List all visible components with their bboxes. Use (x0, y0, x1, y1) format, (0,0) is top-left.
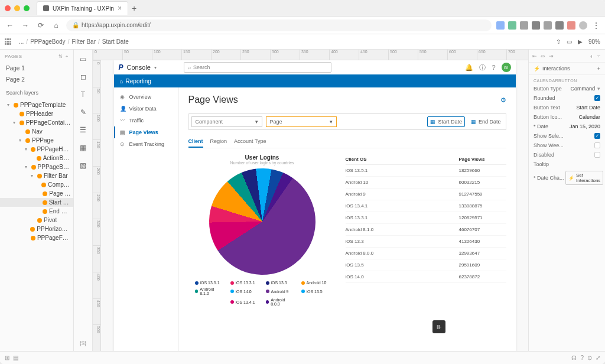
button-type-value[interactable]: Command (565, 86, 595, 92)
extension-icon[interactable] (520, 21, 528, 30)
window-minimize-icon[interactable] (14, 5, 20, 11)
shape-tool-icon[interactable]: ◻ (77, 71, 89, 83)
browser-menu-icon[interactable]: ⋮ (592, 21, 600, 30)
upload-icon[interactable]: ⇧ (556, 38, 561, 45)
expand-icon[interactable]: ⤢ (596, 355, 600, 361)
user-avatar[interactable]: GI (502, 63, 511, 72)
home-icon[interactable]: ⌂ (120, 78, 123, 84)
tree-item[interactable]: PPPageFooter (0, 233, 73, 242)
new-tab-button[interactable]: + (132, 4, 136, 13)
info-icon[interactable]: ⓘ (479, 63, 486, 72)
extension-icon[interactable] (567, 21, 575, 30)
distribute-icon[interactable]: ⫞ (590, 53, 593, 59)
extension-icon[interactable] (508, 21, 516, 30)
tree-item[interactable]: Start Date (0, 198, 73, 207)
tree-item[interactable]: ActionButton (0, 154, 73, 162)
rounded-checkbox[interactable]: ✓ (594, 95, 600, 101)
form-tool-icon[interactable]: ☰ (77, 124, 89, 136)
tree-item[interactable]: Page DD (0, 189, 73, 198)
align-left-icon[interactable]: ⇤ (532, 53, 537, 59)
tree-item[interactable]: End Date (0, 207, 73, 216)
image-tool-icon[interactable]: ▧ (77, 160, 89, 171)
zoom-level[interactable]: 90% (588, 38, 600, 45)
page-select[interactable]: Page ▾ (266, 116, 337, 127)
extension-icon[interactable] (544, 21, 552, 30)
reload-button[interactable]: ⟳ (35, 20, 46, 31)
window-close-icon[interactable] (5, 5, 11, 11)
tree-item[interactable]: ▾PPPageContainer (0, 118, 73, 127)
extension-icon[interactable] (555, 21, 564, 30)
comment-icon[interactable]: ☊ (571, 355, 577, 361)
breadcrumb-item[interactable]: PPPageBody (30, 38, 66, 45)
browser-tab[interactable]: UXPin Training - UXPin × (37, 1, 128, 15)
add-page-icon[interactable]: + (66, 54, 69, 59)
breadcrumb-item[interactable]: Filter Bar (71, 38, 96, 45)
start-date-button[interactable]: ▦ Start Date (427, 116, 465, 127)
tree-item[interactable]: Pivot (0, 216, 73, 225)
disabled-checkbox[interactable] (594, 152, 600, 158)
settings-icon[interactable]: ⊙ (587, 355, 592, 361)
profile-avatar-icon[interactable] (579, 21, 587, 30)
tree-item[interactable]: ▾PPPageTemplate (0, 100, 73, 109)
close-icon[interactable]: × (118, 4, 122, 12)
home-button[interactable]: ⌂ (51, 20, 61, 31)
add-interaction-icon[interactable]: + (597, 66, 600, 72)
tab-item[interactable]: Client (188, 136, 203, 148)
play-icon[interactable]: ▶ (578, 38, 583, 45)
button-icon-value[interactable]: Calendar (565, 114, 600, 120)
text-tool-icon[interactable]: T (77, 89, 89, 100)
sitemap-icon[interactable]: ⊞ (5, 355, 9, 361)
show-selected-checkbox[interactable]: ✓ (594, 133, 600, 139)
end-date-button[interactable]: ▦ End Date (469, 119, 503, 125)
side-nav-item[interactable]: ◉Overview (114, 91, 178, 103)
bell-icon[interactable]: 🔔 (465, 64, 473, 72)
side-nav-item[interactable]: 〰Traffic (114, 115, 178, 126)
breadcrumb-item[interactable]: Start Date (102, 38, 129, 45)
canvas-settings-icon[interactable]: {$} (80, 340, 86, 346)
components-tool-icon[interactable]: ▦ (77, 142, 89, 154)
align-right-icon[interactable]: ⇥ (549, 53, 554, 59)
component-select[interactable]: Component ▾ (191, 116, 262, 127)
pen-tool-icon[interactable]: ✎ (77, 106, 89, 118)
tree-item[interactable]: ▾Filter Bar (0, 171, 73, 180)
tab-item[interactable]: Account Type (234, 136, 266, 148)
tree-item[interactable]: ▾PPPageHeader (0, 145, 73, 154)
back-button[interactable]: ← (5, 20, 15, 31)
forward-button[interactable]: → (20, 20, 31, 31)
tree-item[interactable]: ▾PPPageBody (0, 162, 73, 171)
interactions-header[interactable]: ⚡ Interactions + (529, 63, 605, 75)
distribute-icon[interactable]: ⫟ (596, 53, 601, 59)
chevron-down-icon[interactable]: ▾ (154, 65, 157, 70)
date-value[interactable]: Jan 15, 2020 (565, 124, 600, 129)
help-floating-button[interactable]: ⊪ (432, 320, 445, 333)
tree-item[interactable]: PPHeader (0, 109, 73, 118)
extension-icon[interactable] (532, 21, 540, 30)
tree-item[interactable]: ▾PPPage (0, 136, 73, 145)
tab-item[interactable]: Region (210, 136, 227, 148)
help-icon[interactable]: ? (492, 64, 495, 71)
devices-icon[interactable]: ▭ (567, 38, 572, 45)
tree-item[interactable]: Nav (0, 127, 73, 136)
apps-grid-icon[interactable] (5, 38, 13, 45)
help-icon[interactable]: ? (580, 355, 584, 361)
filter-icon[interactable]: ⇅ (58, 54, 63, 59)
side-nav-item[interactable]: ⊙Event Tracking (114, 138, 178, 150)
url-field[interactable]: 🔒 https://app.uxpin.com/edit/ (66, 20, 492, 31)
tree-item[interactable]: Component... (0, 180, 73, 189)
gear-icon[interactable]: ⚙ (500, 96, 506, 104)
console-search-input[interactable]: ⌕ Search (184, 62, 331, 73)
pointer-tool-icon[interactable]: ▭ (77, 53, 89, 65)
set-interactions-button[interactable]: ⚡Set Interactions (565, 171, 603, 185)
tree-item[interactable]: PPHorizontalS... (0, 225, 73, 233)
page-item[interactable]: Page 2 (0, 74, 73, 85)
search-layers-input[interactable] (4, 87, 70, 98)
button-text-value[interactable]: Start Date (565, 105, 600, 110)
side-nav-item[interactable]: ▤Page Views (114, 126, 178, 138)
extension-icon[interactable] (496, 21, 505, 30)
align-center-icon[interactable]: ⇔ (541, 53, 545, 59)
layers-icon[interactable]: ▤ (13, 355, 18, 361)
breadcrumb-item[interactable]: ... (19, 38, 24, 45)
window-zoom-icon[interactable] (24, 5, 30, 11)
canvas[interactable]: P Console ▾ ⌕ Search 🔔 ⓘ ? GI (93, 60, 528, 351)
chevron-down-icon[interactable]: ▾ (597, 86, 600, 92)
